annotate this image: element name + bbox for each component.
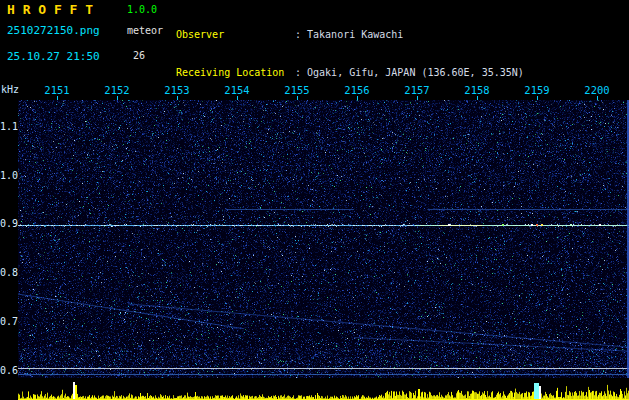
info-label: Observer: [176, 29, 295, 42]
meteor-count: 26: [133, 50, 145, 61]
x-tick-label: 2155: [284, 84, 309, 96]
x-tick-label: 2159: [524, 84, 549, 96]
y-axis-unit-label: kHz: [1, 84, 19, 95]
y-tick-label: 1.0: [0, 170, 15, 181]
x-tick-label: 2152: [104, 84, 129, 96]
timestamp: 25.10.27 21:50: [7, 50, 100, 63]
mode-label: meteor: [127, 25, 163, 36]
y-tick-label: 0.9: [0, 218, 15, 229]
x-tick-label: 2154: [224, 84, 249, 96]
x-tick-label: 2153: [164, 84, 189, 96]
app-title: H R O F F T: [7, 2, 93, 17]
y-tick-label: 0.8: [0, 267, 15, 278]
x-tick-label: 2157: [404, 84, 429, 96]
info-label: Receiving Location: [176, 67, 295, 80]
x-tick-label: 2156: [344, 84, 369, 96]
x-tick-label: 2151: [44, 84, 69, 96]
app-version: 1.0.0: [127, 4, 157, 15]
info-value: : Ogaki, Gifu, JAPAN (136.60E, 35.35N): [295, 67, 524, 78]
y-tick-label: 0.6: [0, 365, 15, 376]
y-tick-label: 1.1: [0, 121, 15, 132]
info-row-observer: Observer: Takanori Kawachi: [176, 29, 524, 42]
info-row-location: Receiving Location: Ogaki, Gifu, JAPAN (…: [176, 67, 524, 80]
spectrogram-canvas: [18, 100, 629, 378]
signal-level-strip-canvas: [18, 381, 629, 400]
y-tick-label: 0.7: [0, 316, 15, 327]
output-filename: 2510272150.png: [7, 24, 100, 37]
hrofft-window: H R O F F T 1.0.0 2510272150.png meteor …: [0, 0, 629, 400]
info-value: : Takanori Kawachi: [295, 29, 403, 40]
x-tick-label: 2200: [584, 84, 609, 96]
x-tick-label: 2158: [464, 84, 489, 96]
